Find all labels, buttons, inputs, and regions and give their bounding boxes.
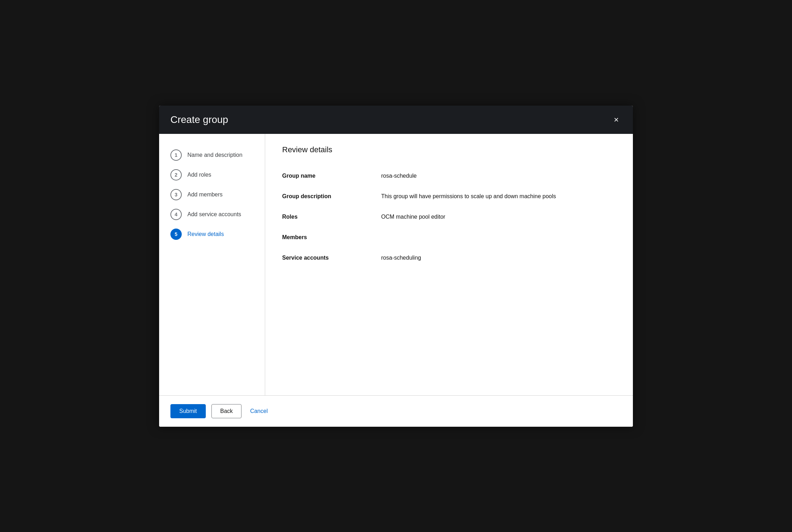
review-value-group-name: rosa-schedule — [381, 173, 616, 179]
modal-close-button[interactable]: × — [611, 114, 622, 125]
review-label-group-description: Group description — [282, 193, 381, 200]
sidebar-step-label-2: Add roles — [187, 172, 211, 178]
review-row-service-accounts: Service accounts rosa-scheduling — [282, 248, 616, 268]
review-label-service-accounts: Service accounts — [282, 255, 381, 261]
wizard-sidebar: 1 Name and description 2 Add roles 3 Add… — [159, 134, 265, 395]
review-value-service-accounts: rosa-scheduling — [381, 255, 616, 261]
submit-button[interactable]: Submit — [170, 404, 206, 418]
review-row-members: Members — [282, 227, 616, 248]
cancel-button[interactable]: Cancel — [247, 404, 270, 418]
create-group-modal: Create group × 1 Name and description 2 … — [159, 106, 633, 427]
sidebar-step-label-4: Add service accounts — [187, 211, 241, 218]
sidebar-step-1[interactable]: 1 Name and description — [159, 145, 265, 165]
sidebar-step-3[interactable]: 3 Add members — [159, 185, 265, 205]
step-circle-3: 3 — [170, 189, 182, 200]
sidebar-step-label-3: Add members — [187, 191, 223, 198]
review-value-roles: OCM machine pool editor — [381, 214, 616, 220]
sidebar-step-4[interactable]: 4 Add service accounts — [159, 205, 265, 224]
review-row-group-name: Group name rosa-schedule — [282, 166, 616, 186]
sidebar-step-label-5: Review details — [187, 231, 224, 237]
modal-footer: Submit Back Cancel — [159, 395, 633, 427]
sidebar-step-2[interactable]: 2 Add roles — [159, 165, 265, 185]
review-row-roles: Roles OCM machine pool editor — [282, 207, 616, 227]
section-title: Review details — [282, 145, 616, 154]
sidebar-step-5[interactable]: 5 Review details — [159, 224, 265, 244]
step-circle-1: 1 — [170, 149, 182, 161]
review-fields: Group name rosa-schedule Group descripti… — [282, 166, 616, 268]
main-content: Review details Group name rosa-schedule … — [265, 134, 633, 395]
back-button[interactable]: Back — [211, 404, 242, 418]
review-label-group-name: Group name — [282, 173, 381, 179]
modal-title: Create group — [170, 114, 228, 125]
sidebar-step-label-1: Name and description — [187, 152, 243, 158]
review-value-group-description: This group will have permissions to scal… — [381, 193, 616, 200]
step-circle-2: 2 — [170, 169, 182, 181]
review-value-members — [381, 234, 616, 241]
review-row-group-description: Group description This group will have p… — [282, 186, 616, 207]
review-label-members: Members — [282, 234, 381, 241]
review-label-roles: Roles — [282, 214, 381, 220]
step-circle-5: 5 — [170, 229, 182, 240]
modal-header: Create group × — [159, 106, 633, 134]
modal-body: 1 Name and description 2 Add roles 3 Add… — [159, 134, 633, 395]
step-circle-4: 4 — [170, 209, 182, 220]
